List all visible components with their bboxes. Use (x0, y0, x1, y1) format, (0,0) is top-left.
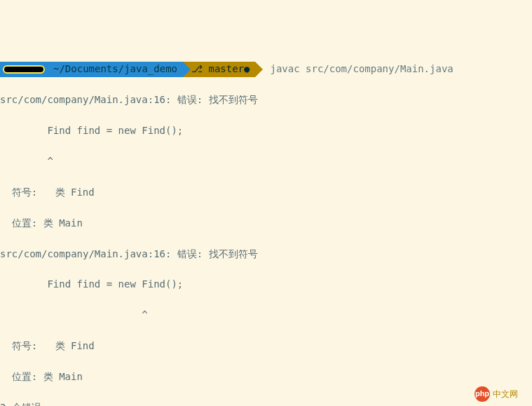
output-line: 位置: 类 Main (0, 216, 532, 231)
watermark: php 中文网 (475, 386, 518, 402)
arrow-icon (183, 62, 191, 77)
watermark-text: 中文网 (493, 388, 518, 401)
redacted-user (3, 65, 45, 74)
output-line: Find find = new Find(); (0, 123, 532, 139)
watermark-logo-icon: php (475, 386, 490, 402)
output-line: ^ (0, 308, 532, 323)
output-line: src/com/company/Main.java:16: 错误: 找不到符号 (0, 247, 532, 262)
arrow-icon (255, 62, 263, 77)
branch-segment: ⎇ master ● (183, 62, 255, 77)
path-segment: ~/Documents/java_demo (50, 62, 183, 77)
output-line: 符号: 类 Find (0, 339, 532, 354)
command-text: javac src/com/company/Main.java (263, 62, 453, 77)
output-line: Find find = new Find(); (0, 277, 532, 292)
git-branch-icon: ⎇ (191, 62, 208, 77)
output-line: 位置: 类 Main (0, 370, 532, 385)
output-line: 2 个错误 (0, 400, 532, 406)
prompt-line-1[interactable]: ~/Documents/java_demo ⎇ master ● javac s… (0, 62, 532, 77)
branch-name: master (208, 62, 244, 77)
output-line: src/com/company/Main.java:16: 错误: 找不到符号 (0, 93, 532, 108)
output-line: 符号: 类 Find (0, 185, 532, 201)
user-segment (0, 62, 50, 77)
dirty-dot-icon: ● (244, 62, 250, 77)
output-line: ^ (0, 154, 532, 170)
